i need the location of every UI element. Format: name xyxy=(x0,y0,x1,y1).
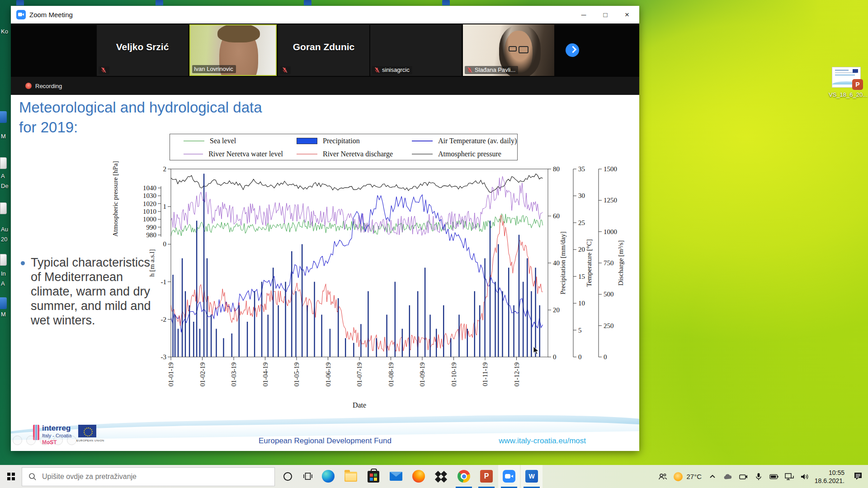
taskbar-chrome-button[interactable] xyxy=(453,465,475,488)
svg-text:980: 980 xyxy=(146,231,157,239)
svg-text:-2: -2 xyxy=(161,316,167,323)
footer-url[interactable]: www.italy-croatia.eu/most xyxy=(499,436,586,446)
legend-label: Sea level xyxy=(210,137,236,145)
participant-tile-veljko-srzi[interactable]: Veljko Srzić xyxy=(97,24,188,76)
x-tick-label: 01-10-19 xyxy=(450,362,458,386)
legend-swatch xyxy=(412,141,433,141)
muted-mic-icon xyxy=(467,67,473,73)
network-tray-icon[interactable] xyxy=(785,472,794,481)
search-icon xyxy=(28,473,37,481)
slideshow-control-button[interactable] xyxy=(40,436,49,445)
firefox-icon xyxy=(412,470,425,483)
taskbar-store-button[interactable] xyxy=(363,465,384,488)
svg-text:1010: 1010 xyxy=(143,208,156,215)
svg-text:1500: 1500 xyxy=(604,165,617,173)
slideshow-control-button[interactable] xyxy=(13,436,22,445)
cortana-button[interactable] xyxy=(278,465,297,488)
edge-icon xyxy=(322,470,335,483)
zoom-meeting-window: Zoom Meeting ─ □ × Slađana Pavli...sinis… xyxy=(11,6,639,451)
ppt-file-label: VS_18_6_20... xyxy=(829,91,864,98)
desktop-icon-fragment xyxy=(156,0,163,5)
desktop-icon-fragment xyxy=(304,0,311,5)
taskbar-dropbox-button[interactable] xyxy=(430,465,452,488)
maximize-button[interactable]: □ xyxy=(595,6,616,23)
next-participants-button[interactable] xyxy=(566,43,579,57)
weather-temperature[interactable]: 27°C xyxy=(686,473,702,480)
speaker-tray-icon[interactable] xyxy=(800,472,809,481)
desktop-icon-label-fragment: M xyxy=(1,311,6,318)
window-titlebar[interactable]: Zoom Meeting ─ □ × xyxy=(11,6,639,23)
svg-text:1000: 1000 xyxy=(604,228,617,235)
word-icon: W xyxy=(525,470,538,483)
taskbar-powerpoint-button[interactable]: P xyxy=(476,465,497,488)
svg-text:60: 60 xyxy=(553,212,560,220)
taskbar-mail-button[interactable] xyxy=(385,465,407,488)
action-center-button[interactable] xyxy=(854,472,863,481)
desktop-icon-label-fragment: A xyxy=(1,173,5,179)
desktop-icon-label-fragment: A xyxy=(1,280,5,287)
desktop-icon-fragment xyxy=(16,0,24,5)
svg-text:10: 10 xyxy=(578,300,585,307)
slideshow-control-button[interactable] xyxy=(67,436,76,445)
desktop-ppt-file-icon[interactable]: P VS_18_6_20... xyxy=(829,67,864,98)
svg-text:2: 2 xyxy=(163,165,167,173)
start-button[interactable] xyxy=(0,465,22,488)
minimize-button[interactable]: ─ xyxy=(573,6,594,23)
svg-text:1020: 1020 xyxy=(143,200,156,207)
slideshow-controls[interactable] xyxy=(13,436,76,445)
participant-label: Slađana Pavli... xyxy=(465,66,518,74)
weather-sun-icon[interactable] xyxy=(674,472,683,481)
dropbox-icon xyxy=(435,471,448,483)
desktop-icon-label-fragment: Au xyxy=(1,226,8,233)
participant-tile-sla-ana-pavli[interactable]: Slađana Pavli... xyxy=(463,24,554,76)
participant-tile-sinisagrcic[interactable]: sinisagrcic xyxy=(370,24,462,76)
close-button[interactable]: × xyxy=(617,6,637,23)
desktop-icon-fragment xyxy=(0,254,7,266)
mic-tray-icon[interactable] xyxy=(754,472,763,481)
series-4 xyxy=(171,195,543,332)
slideshow-control-button[interactable] xyxy=(53,436,63,445)
task-view-button[interactable] xyxy=(297,465,317,488)
x-tick-label: 01-11-19 xyxy=(481,362,489,386)
cloud-tray-icon[interactable] xyxy=(723,472,732,481)
taskbar-zoom-button[interactable] xyxy=(498,465,520,488)
taskbar-firefox-button[interactable] xyxy=(408,465,429,488)
participant-tile-ivan-lovrinovic[interactable]: Ivan Lovrinovic xyxy=(189,24,277,76)
bullet-marker xyxy=(21,261,25,265)
people-tray-icon[interactable] xyxy=(658,472,667,481)
store-icon xyxy=(368,471,379,483)
search-input[interactable] xyxy=(42,468,268,486)
desktop-icon-label-fragment: In xyxy=(1,270,6,277)
powerpoint-badge-icon: P xyxy=(852,79,863,90)
slideshow-control-button[interactable] xyxy=(26,436,36,445)
svg-text:250: 250 xyxy=(604,322,614,329)
legend-item: Sea level xyxy=(170,137,283,145)
desktop: KoMADeAu20InAM P VS_18_6_20... Zoom Meet… xyxy=(0,0,868,488)
system-tray: 27°C xyxy=(658,465,809,488)
svg-text:35: 35 xyxy=(578,165,585,173)
svg-text:20: 20 xyxy=(578,246,585,253)
temp-axis-label: Temperature [°C] xyxy=(585,239,593,286)
taskbar-word-button[interactable]: W xyxy=(521,465,542,488)
taskbar-clock[interactable]: 10:55 18.6.2021. xyxy=(815,469,844,485)
recording-label: Recording xyxy=(35,83,62,89)
chrome-icon xyxy=(458,470,470,483)
desktop-icon-label-fragment: De xyxy=(1,183,9,189)
taskbar-file-explorer-button[interactable] xyxy=(340,465,362,488)
battery-tray-icon[interactable] xyxy=(769,472,778,481)
taskbar-search[interactable] xyxy=(22,467,275,486)
x-tick-label: 01-01-19 xyxy=(167,362,175,386)
clock-date: 18.6.2021. xyxy=(815,477,844,485)
task-view-icon xyxy=(303,472,312,481)
muted-mic-icon xyxy=(282,67,288,73)
svg-text:0: 0 xyxy=(578,353,582,361)
svg-text:750: 750 xyxy=(604,259,614,267)
camera-tray-icon[interactable] xyxy=(739,472,748,481)
participant-tile-goran-zdunic[interactable]: Goran Zdunic xyxy=(278,24,369,76)
desktop-icon-label-fragment: Ko xyxy=(1,28,8,35)
x-tick-label: 01-06-19 xyxy=(325,362,332,386)
chevron-tray-icon[interactable] xyxy=(708,472,717,481)
taskbar-edge-button[interactable] xyxy=(317,465,339,488)
svg-text:0: 0 xyxy=(604,353,607,361)
svg-text:1: 1 xyxy=(163,203,167,210)
